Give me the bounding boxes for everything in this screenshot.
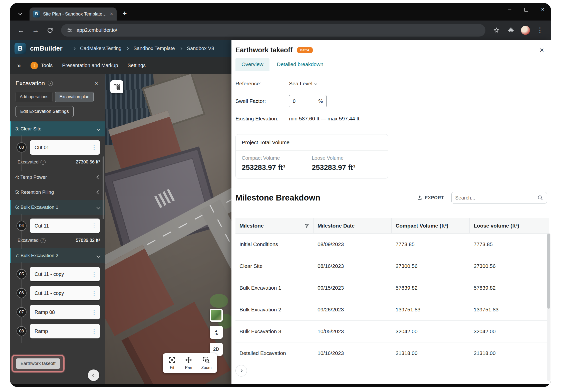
cell-milestone: Bulk Excavation 2 [235,299,314,320]
section-clear-site[interactable]: 3: Clear Site [10,121,105,136]
export-button[interactable]: EXPORT [417,195,444,201]
operation-card[interactable]: Cut 11 - copy ⋮ [30,267,100,281]
operation-card[interactable]: Cut 01 ⋮ [30,140,100,155]
scrollbar-thumb[interactable] [547,234,550,309]
expand-panel-button[interactable]: » [17,62,21,70]
forward-button[interactable]: → [29,24,42,37]
close-sidebar-icon[interactable]: × [95,79,98,87]
search-field [451,192,547,204]
operation-item[interactable]: 07 Ramp 08 ⋮ [10,303,105,322]
cell-compact: 139751.83 [392,299,470,320]
maximize-button[interactable] [518,3,534,16]
breadcrumb-item[interactable]: CadMakersTesting [80,46,122,51]
back-button[interactable]: ← [15,24,28,37]
section-bulk-excavation-2[interactable]: 7: Bulk Excavation 2 [10,248,105,263]
reload-button[interactable] [44,24,57,37]
swell-factor-input[interactable] [293,98,310,104]
breadcrumb-item[interactable]: Sandbox V8 [187,46,214,51]
kebab-menu-icon[interactable]: ⋮ [91,144,97,151]
kebab-menu-icon[interactable]: ⋮ [91,271,97,278]
column-header-compact[interactable]: Compact Volume (ft³) [392,218,470,233]
section-label: 6: Bulk Excavation 1 [15,205,58,210]
kebab-menu-icon[interactable]: ⋮ [91,222,97,229]
close-window-button[interactable]: × [534,3,551,16]
excavation-plan-button[interactable]: Excavation plan [55,92,94,102]
kebab-menu-icon[interactable]: ⋮ [91,290,97,297]
operation-item[interactable]: 05 Cut 11 - copy ⋮ [10,265,105,284]
fit-button[interactable]: Fit [168,356,176,370]
info-icon[interactable]: i [48,81,53,86]
breadcrumb-item[interactable]: Sandbox Template [133,46,175,51]
collapse-sidebar-button[interactable] [88,369,99,381]
kebab-menu-icon[interactable]: ⋮ [91,328,97,335]
3d-viewport[interactable]: ▲ TN 2D Fit Pan [105,74,231,384]
pan-button[interactable]: Pan [185,356,192,370]
reference-select[interactable]: Sea Level [289,81,317,87]
info-icon[interactable]: i [41,238,46,243]
operation-item[interactable]: 06 Cut 11 - copy ⋮ [10,284,105,303]
section-label: 4: Temp Power [15,174,47,180]
url-text: app2.cmbuilder.io/ [77,27,117,33]
table-row[interactable]: Initial Conditions 08/09/2023 7773.85 77… [235,234,549,255]
highlight-annotation: Earthwork takeoff [12,355,65,372]
kebab-menu-icon[interactable]: ⋮ [91,309,97,316]
north-indicator-button[interactable]: ▲ TN [210,326,223,339]
sidebar-scrollbar[interactable] [103,156,104,219]
browser-menu-button[interactable]: ⋮ [533,24,546,37]
basemap-toggle-button[interactable] [210,309,223,322]
swell-factor-field: % [289,95,327,107]
tab-overview[interactable]: Overview [235,58,269,71]
tab-close-icon[interactable]: × [110,11,113,17]
column-header-milestone[interactable]: Milestone [235,218,314,233]
filter-icon[interactable] [304,223,309,228]
expand-drawer-button[interactable] [235,365,247,376]
tab-detailed-breakdown[interactable]: Detailed breakdown [271,58,330,71]
tab-search-button[interactable] [15,8,26,19]
address-bar[interactable]: app2.cmbuilder.io/ [61,24,485,37]
presentation-menu[interactable]: Presentation and Markup [62,63,118,68]
settings-menu[interactable]: Settings [128,63,146,68]
browser-tab[interactable]: B Site Plan - Sandbox Template | c × [30,8,117,21]
reference-value: Sea Level [289,81,312,87]
zoom-button[interactable]: Zoom [201,356,212,370]
operation-card[interactable]: Ramp 08 ⋮ [30,305,100,319]
sidebar-title: Excavation [16,80,45,87]
close-panel-icon[interactable]: × [539,46,544,54]
edit-excavation-settings-button[interactable]: Edit Excavation Settings [16,106,74,117]
info-icon[interactable]: i [41,160,46,165]
table-header-row: Milestone Milestone Date Compact Volume … [235,218,549,234]
table-row[interactable]: Clear Site 08/16/2023 27300.56 27300.56 [235,255,549,277]
scene-hierarchy-button[interactable] [110,80,123,93]
table-row[interactable]: Bulk Excavation 2 09/26/2023 139751.83 1… [235,299,549,321]
new-tab-button[interactable]: + [119,8,130,19]
profile-avatar[interactable] [519,24,532,37]
earthwork-takeoff-button[interactable]: Earthwork takeoff [16,358,60,369]
column-header-loose[interactable]: Loose volume (ft³) [470,218,545,233]
tools-menu[interactable]: ! Tools [31,62,53,69]
column-header-date[interactable]: Milestone Date [314,218,392,233]
cell-loose: 21318.00 [470,342,545,364]
reference-row: Reference: Sea Level [235,78,547,90]
operation-item[interactable]: 04 Cut 11 ⋮ [10,216,105,235]
table-row[interactable]: Bulk Excavation 1 09/15/2023 57839.82 57… [235,277,549,299]
section-retention-piling[interactable]: 5: Retention Piling [10,185,105,200]
operation-item[interactable]: 03 Cut 01 ⋮ [10,138,105,157]
section-temp-power[interactable]: 4: Temp Power [10,170,105,185]
operation-number-badge: 06 [17,288,27,298]
add-operations-button[interactable]: Add operations [16,92,53,102]
table-row[interactable]: Bulk Excavation 3 10/05/2023 32042.00 32… [235,321,549,342]
operation-card[interactable]: Cut 11 ⋮ [30,219,100,233]
operation-card[interactable]: Ramp ⋮ [30,324,100,338]
table-scrollbar[interactable] [547,233,550,381]
search-input[interactable] [455,195,535,201]
extensions-button[interactable] [504,24,517,37]
section-bulk-excavation-1[interactable]: 6: Bulk Excavation 1 [10,200,105,215]
milestone-bar: Milestone Breakdown EXPORT [235,192,547,204]
panel-tabs: Overview Detailed breakdown [231,58,551,71]
table-row[interactable]: Detailed Excavation 10/16/2023 21318.00 … [235,342,549,364]
swell-factor-label: Swell Factor: [235,98,289,104]
minimize-button[interactable]: – [501,3,518,16]
operation-item[interactable]: 08 Ramp ⋮ [10,322,105,341]
operation-card[interactable]: Cut 11 - copy ⋮ [30,286,100,300]
bookmark-star-button[interactable] [490,24,503,37]
